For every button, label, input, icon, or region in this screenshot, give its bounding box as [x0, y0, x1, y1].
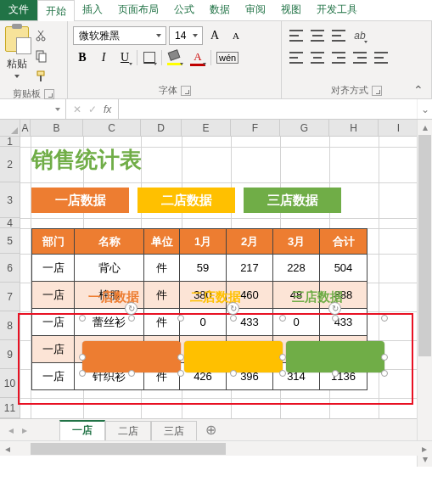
copy-button[interactable] — [32, 47, 51, 65]
phonetic-button[interactable]: wén — [214, 48, 241, 67]
shape-store1[interactable] — [82, 341, 181, 372]
rotate-handle-icon[interactable]: ↻ — [227, 302, 239, 315]
fx-icon[interactable]: fx — [104, 104, 111, 115]
row-header[interactable]: 8 — [0, 311, 20, 340]
horizontal-scrollbar[interactable]: ◂ ▸ — [0, 440, 432, 456]
align-launcher-icon[interactable] — [372, 86, 382, 96]
align-left-button[interactable] — [287, 48, 306, 67]
selection-handle[interactable] — [332, 315, 339, 322]
selection-handle[interactable] — [177, 354, 184, 361]
col-header[interactable]: C — [83, 120, 141, 136]
align-bottom-button[interactable] — [329, 26, 348, 45]
sheet-nav-next-icon[interactable]: ▸ — [22, 424, 27, 436]
paste-button[interactable]: 粘贴 — [5, 26, 29, 86]
selection-handle[interactable] — [381, 370, 388, 377]
sheet-tab-2[interactable]: 二店 — [105, 421, 151, 441]
align-middle-button[interactable] — [308, 26, 327, 45]
name-box[interactable] — [0, 99, 66, 119]
scroll-thumb[interactable] — [418, 135, 431, 356]
col-header[interactable]: H — [329, 120, 379, 136]
selection-handle[interactable] — [279, 315, 286, 322]
row-header[interactable]: 1 — [0, 137, 20, 147]
row-header[interactable]: 6 — [0, 254, 20, 283]
cut-button[interactable] — [32, 26, 51, 45]
selection-handle[interactable] — [381, 315, 388, 322]
tab-data[interactable]: 数据 — [202, 0, 238, 20]
col-header[interactable]: B — [31, 120, 83, 136]
row-header[interactable]: 2 — [0, 147, 20, 182]
tab-page-layout[interactable]: 页面布局 — [110, 0, 166, 20]
selection-handle[interactable] — [279, 354, 286, 361]
clipboard-launcher-icon[interactable] — [44, 89, 54, 99]
shape-store2[interactable] — [184, 341, 283, 372]
selection-handle[interactable] — [79, 354, 86, 361]
tab-home[interactable]: 开始 — [37, 0, 75, 21]
bold-button[interactable]: B — [73, 48, 92, 67]
align-right-button[interactable] — [329, 48, 348, 67]
font-launcher-icon[interactable] — [181, 86, 191, 96]
col-header[interactable]: F — [231, 120, 280, 136]
selection-handle[interactable] — [128, 315, 135, 322]
row-header[interactable]: 7 — [0, 283, 20, 311]
col-header[interactable]: D — [141, 120, 182, 136]
row-header[interactable]: 4 — [0, 218, 20, 228]
font-size-combo[interactable]: 14 — [169, 26, 203, 45]
tab-developer[interactable]: 开发工具 — [309, 0, 365, 20]
col-header[interactable]: I — [379, 120, 419, 136]
row-header[interactable]: 11 — [0, 398, 20, 418]
selection-handle[interactable] — [230, 315, 237, 322]
selection-handle[interactable] — [381, 354, 388, 361]
col-header[interactable]: A — [20, 120, 31, 136]
row-header[interactable]: 9 — [0, 340, 20, 369]
row-header[interactable]: 10 — [0, 369, 20, 398]
paste-dropdown-icon[interactable] — [14, 75, 20, 78]
scroll-right-icon[interactable]: ▸ — [417, 443, 432, 455]
italic-button[interactable]: I — [94, 48, 113, 67]
font-color-button[interactable]: A — [188, 48, 208, 67]
select-all-corner[interactable] — [0, 120, 20, 136]
format-painter-button[interactable] — [32, 67, 51, 86]
selection-handle[interactable] — [177, 315, 184, 322]
scroll-left-icon[interactable]: ◂ — [0, 443, 15, 455]
sheet-tab-1[interactable]: 一店 — [59, 420, 105, 441]
sheet-nav-prev-icon[interactable]: ◂ — [8, 424, 14, 436]
collapse-ribbon-button[interactable]: ⌃ — [410, 83, 427, 97]
selection-handle[interactable] — [79, 370, 86, 377]
selection-handle[interactable] — [332, 370, 339, 377]
vertical-scrollbar[interactable]: ▴ ▾ — [417, 120, 432, 456]
sheet-tab-3[interactable]: 三店 — [151, 421, 197, 441]
selection-handle[interactable] — [230, 370, 237, 377]
tab-review[interactable]: 审阅 — [238, 0, 273, 20]
rotate-handle-icon[interactable]: ↻ — [328, 302, 341, 315]
col-header[interactable]: G — [280, 120, 329, 136]
fill-color-button[interactable] — [165, 48, 185, 67]
scroll-thumb[interactable] — [31, 443, 226, 455]
rotate-handle-icon[interactable]: ↻ — [125, 302, 137, 315]
formula-expand-button[interactable]: ⌄ — [417, 99, 432, 119]
selection-handle[interactable] — [79, 315, 86, 322]
shape-store3[interactable] — [286, 341, 384, 372]
scroll-up-icon[interactable]: ▴ — [418, 120, 432, 135]
cells-area[interactable]: 销售统计表 一店数据 二店数据 三店数据 部门 名称 单位 1月 2月 3月 合… — [20, 137, 432, 418]
grow-font-button[interactable]: A — [205, 26, 224, 45]
align-center-button[interactable] — [308, 48, 327, 67]
align-top-button[interactable] — [287, 26, 306, 45]
increase-indent-button[interactable] — [372, 48, 390, 67]
col-header[interactable]: E — [182, 120, 231, 136]
shrink-font-button[interactable]: A — [227, 26, 245, 45]
underline-button[interactable]: U — [115, 48, 134, 67]
selection-handle[interactable] — [128, 370, 135, 377]
selection-handle[interactable] — [279, 370, 286, 377]
borders-button[interactable] — [140, 48, 159, 67]
add-sheet-button[interactable]: ⊕ — [197, 422, 225, 438]
formula-input[interactable] — [119, 99, 417, 119]
row-header[interactable]: 3 — [0, 182, 20, 218]
font-name-combo[interactable]: 微软雅黑 — [73, 26, 166, 45]
selection-handle[interactable] — [177, 370, 184, 377]
tab-file[interactable]: 文件 — [0, 0, 37, 20]
orientation-button[interactable]: ab — [351, 26, 369, 45]
decrease-indent-button[interactable] — [351, 48, 369, 67]
tab-insert[interactable]: 插入 — [75, 0, 110, 20]
row-header[interactable]: 5 — [0, 228, 20, 254]
tab-view[interactable]: 视图 — [273, 0, 309, 20]
